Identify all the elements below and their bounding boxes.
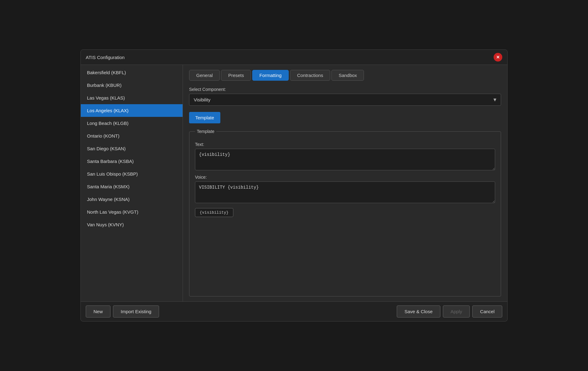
tab-contractions[interactable]: Contractions bbox=[290, 70, 330, 81]
footer-right: Save & Close Apply Cancel bbox=[397, 305, 502, 318]
main-content: GeneralPresetsFormattingContractionsSand… bbox=[183, 65, 507, 301]
sidebar-item-7[interactable]: Santa Barbara (KSBA) bbox=[81, 155, 183, 168]
voice-field-label: Voice: bbox=[195, 175, 495, 180]
sidebar-item-5[interactable]: Ontario (KONT) bbox=[81, 130, 183, 142]
select-component-label: Select Component: bbox=[189, 87, 501, 92]
sidebar-item-3[interactable]: Los Angeles (KLAX) bbox=[81, 104, 183, 117]
text-input[interactable]: {visibility} bbox=[195, 149, 495, 170]
text-field-label: Text: bbox=[195, 142, 495, 147]
tab-presets[interactable]: Presets bbox=[221, 70, 251, 81]
visibility-token-button[interactable]: {visibility} bbox=[195, 208, 233, 217]
tab-general[interactable]: General bbox=[189, 70, 220, 81]
template-fieldset: Template Text: {visibility} Voice: VISIB… bbox=[189, 129, 501, 296]
tab-sandbox[interactable]: Sandbox bbox=[331, 70, 364, 81]
sidebar-item-0[interactable]: Bakersfield (KBFL) bbox=[81, 66, 183, 79]
new-button[interactable]: New bbox=[86, 305, 110, 318]
dialog-titlebar: ATIS Configuration ✕ bbox=[81, 50, 507, 65]
sidebar-item-11[interactable]: North Las Vegas (KVGT) bbox=[81, 206, 183, 218]
dialog-title: ATIS Configuration bbox=[86, 55, 125, 60]
cancel-button[interactable]: Cancel bbox=[472, 305, 502, 318]
dialog-footer: New Import Existing Save & Close Apply C… bbox=[81, 301, 507, 321]
sidebar: Bakersfield (KBFL)Burbank (KBUR)Las Vega… bbox=[81, 65, 183, 301]
sidebar-item-4[interactable]: Long Beach (KLGB) bbox=[81, 117, 183, 130]
tabs-container: GeneralPresetsFormattingContractionsSand… bbox=[189, 70, 501, 81]
import-existing-button[interactable]: Import Existing bbox=[113, 305, 159, 318]
voice-input[interactable]: VISIBILITY {visibility} bbox=[195, 181, 495, 203]
tab-formatting[interactable]: Formatting bbox=[252, 70, 289, 81]
save-close-button[interactable]: Save & Close bbox=[397, 305, 440, 318]
sidebar-item-6[interactable]: San Diego (KSAN) bbox=[81, 142, 183, 155]
footer-left: New Import Existing bbox=[86, 305, 394, 318]
template-legend: Template bbox=[195, 129, 216, 134]
sidebar-item-8[interactable]: San Luis Obispo (KSBP) bbox=[81, 168, 183, 180]
component-select[interactable]: Visibility bbox=[189, 94, 501, 106]
sidebar-item-12[interactable]: Van Nuys (KVNY) bbox=[81, 218, 183, 231]
sidebar-item-2[interactable]: Las Vegas (KLAS) bbox=[81, 92, 183, 104]
sidebar-item-9[interactable]: Santa Maria (KSMX) bbox=[81, 180, 183, 193]
close-button[interactable]: ✕ bbox=[494, 53, 502, 62]
sidebar-item-1[interactable]: Burbank (KBUR) bbox=[81, 79, 183, 92]
dialog-body: Bakersfield (KBFL)Burbank (KBUR)Las Vega… bbox=[81, 65, 507, 301]
apply-button[interactable]: Apply bbox=[443, 305, 470, 318]
template-button[interactable]: Template bbox=[189, 112, 220, 123]
select-wrapper: Visibility ▼ bbox=[189, 94, 501, 106]
sidebar-item-10[interactable]: John Wayne (KSNA) bbox=[81, 193, 183, 206]
atis-config-dialog: ATIS Configuration ✕ Bakersfield (KBFL)B… bbox=[80, 49, 508, 322]
